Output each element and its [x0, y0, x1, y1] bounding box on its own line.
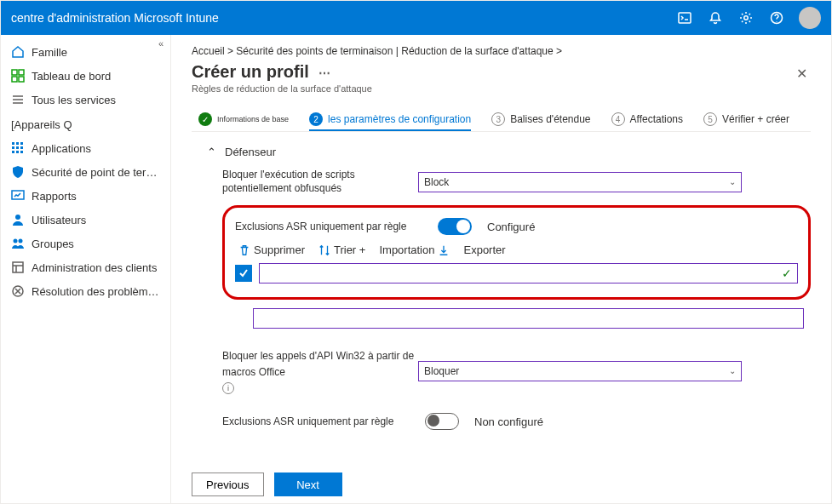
page-title-text: Créer un profil	[192, 62, 309, 81]
asr-per-rule-label: Exclusions ASR uniquement par règle	[235, 220, 422, 232]
chevron-up-icon: ⌃	[207, 146, 216, 158]
svg-rect-5	[12, 77, 17, 82]
sidebar-item-home[interactable]: Famille	[1, 40, 170, 64]
step-label: Balises d'étendue	[510, 113, 590, 125]
sidebar-item-label: Tableau de bord	[32, 70, 111, 83]
wizard-footer: Previous Next	[192, 466, 811, 496]
step-basics[interactable]: ✓ Informations de base	[198, 112, 289, 126]
sidebar-item-label: Sécurité de point de terminaison	[32, 166, 160, 179]
step-config-settings[interactable]: 2 les paramètres de configuration	[309, 112, 471, 131]
sidebar-section-label: [Appareils Q	[11, 118, 72, 131]
check-icon: ✓	[198, 112, 212, 126]
select-block-obfuscated[interactable]: Block ⌄	[418, 172, 742, 192]
exclusion-path-input[interactable]: ✓	[259, 263, 798, 284]
sidebar-item-label: Rapports	[32, 190, 77, 203]
collapse-sidebar-icon[interactable]: «	[158, 38, 164, 49]
section-defender-header[interactable]: ⌃ Défenseur	[207, 146, 811, 158]
export-button[interactable]: Exporter	[463, 243, 505, 256]
step-review-create[interactable]: 5 Vérifier + créer	[703, 112, 789, 126]
home-icon	[11, 45, 25, 59]
svg-rect-4	[19, 70, 24, 75]
user-avatar[interactable]	[799, 7, 821, 29]
reports-icon	[11, 189, 25, 203]
asr-exclusions-highlight: Exclusions ASR uniquement par règle Conf…	[222, 205, 811, 300]
delete-label: Supprimer	[254, 243, 305, 256]
svg-rect-15	[20, 151, 23, 153]
sidebar-item-label: Résolution des problèmes + support	[32, 285, 160, 298]
svg-rect-14	[16, 151, 19, 153]
notifications-icon[interactable]	[700, 1, 731, 35]
svg-rect-10	[12, 146, 14, 149]
sidebar-item-label: Utilisateurs	[32, 214, 86, 226]
toggle-asr-not-configured[interactable]	[425, 413, 459, 430]
toggle-asr-configured[interactable]	[438, 218, 472, 235]
exclusion-toolbar: Supprimer Trier + Importation	[235, 243, 798, 256]
svg-rect-3	[12, 70, 17, 75]
svg-point-19	[19, 239, 23, 243]
sidebar-item-all-services[interactable]: Tous les services	[1, 88, 170, 112]
list-icon	[11, 93, 25, 106]
step-scope-tags[interactable]: 3 Balises d'étendue	[491, 112, 590, 126]
page-subtitle: Règles de réduction de la surface d'atta…	[192, 83, 372, 94]
help-icon[interactable]	[761, 1, 792, 35]
apps-icon	[11, 141, 25, 155]
admin-icon	[11, 261, 25, 274]
sidebar-item-label: Famille	[32, 46, 67, 59]
sidebar-item-reports[interactable]: Rapports	[1, 184, 170, 208]
exclusion-row-checkbox[interactable]	[235, 265, 252, 282]
additional-exclusion-input[interactable]	[253, 308, 804, 329]
breadcrumb[interactable]: Accueil > Sécurité des points de termina…	[192, 45, 811, 57]
steps-nav: ✓ Informations de base 2 les paramètres …	[192, 112, 811, 132]
app-title: centre d'administration Microsoft Intune	[11, 11, 219, 25]
step-assignments[interactable]: 4 Affectations	[611, 112, 683, 126]
step-number-icon: 3	[491, 112, 505, 126]
setting-block-obfuscated-label: Bloquer l'exécution de scripts potentiel…	[222, 169, 418, 195]
step-number-icon: 4	[611, 112, 625, 126]
users-icon	[11, 213, 25, 226]
toggle-state-label: Non configuré	[474, 415, 543, 428]
toggle-state-label: Configuré	[487, 220, 535, 233]
step-number-icon: 2	[309, 112, 323, 126]
settings-icon[interactable]	[731, 1, 761, 35]
svg-rect-13	[12, 151, 14, 153]
svg-rect-20	[13, 262, 23, 272]
sidebar-item-dashboard[interactable]: Tableau de bord	[1, 64, 170, 88]
import-button[interactable]: Importation	[379, 243, 450, 256]
svg-rect-9	[20, 142, 23, 145]
svg-rect-12	[20, 146, 23, 149]
sidebar-item-label: Groupes	[32, 238, 74, 250]
next-button[interactable]: Next	[274, 472, 342, 496]
shield-icon	[11, 165, 25, 179]
support-icon	[11, 284, 25, 298]
step-number-icon: 5	[703, 112, 717, 126]
sidebar-item-tenant-admin[interactable]: Administration des clients	[1, 255, 170, 279]
close-icon[interactable]: ✕	[793, 62, 811, 85]
setting-block-win32-label: Bloquer les appels d'API Win32 à partir …	[222, 350, 414, 378]
asr-per-rule-label-2: Exclusions ASR uniquement par règle	[222, 415, 410, 427]
page-title: Créer un profil ⋯	[192, 62, 372, 82]
dashboard-icon	[11, 69, 25, 83]
sort-button[interactable]: Trier +	[318, 243, 365, 256]
cloud-shell-icon[interactable]	[669, 1, 700, 35]
svg-rect-7	[12, 142, 14, 145]
sidebar-item-label: Applications	[32, 142, 91, 155]
step-label: les paramètres de configuration	[328, 113, 471, 125]
svg-point-17	[15, 215, 20, 220]
info-icon[interactable]: i	[222, 382, 234, 394]
select-block-win32[interactable]: Bloquer ⌄	[418, 361, 742, 381]
sidebar-item-endpoint-security[interactable]: Sécurité de point de terminaison	[1, 160, 170, 184]
groups-icon	[11, 237, 25, 250]
sidebar-item-users[interactable]: Utilisateurs	[1, 208, 170, 232]
step-label: Vérifier + créer	[722, 113, 789, 125]
svg-point-18	[14, 239, 18, 243]
section-title: Défenseur	[225, 146, 276, 158]
sidebar-item-groups[interactable]: Groupes	[1, 232, 170, 255]
chevron-down-icon: ⌄	[729, 177, 736, 186]
export-label: Exporter	[463, 243, 505, 256]
svg-rect-0	[679, 13, 691, 23]
delete-button[interactable]: Supprimer	[238, 243, 305, 256]
previous-button[interactable]: Previous	[192, 472, 264, 496]
svg-rect-11	[16, 146, 19, 149]
sidebar-item-applications[interactable]: Applications	[1, 136, 170, 160]
sidebar-item-troubleshoot[interactable]: Résolution des problèmes + support	[1, 279, 170, 303]
